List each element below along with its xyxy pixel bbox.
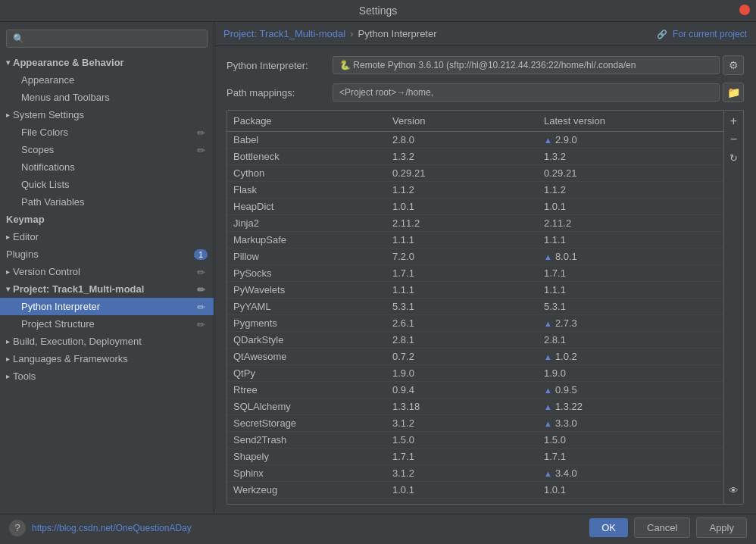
sidebar-item-label: System Settings [13, 109, 84, 120]
package-name: MarkupSafe [227, 234, 386, 245]
package-name: QDarkStyle [227, 334, 386, 345]
package-version: 1.1.1 [386, 234, 538, 245]
table-row[interactable]: Pygments2.6.1▲ 2.7.3 [227, 315, 743, 332]
table-row[interactable]: SecretStorage3.1.2▲ 3.3.0 [227, 415, 743, 432]
table-row[interactable]: Rtree0.9.4▲ 0.9.5 [227, 382, 743, 399]
sidebar-item-menus-toolbars[interactable]: Menus and Toolbars [0, 89, 214, 106]
table-row[interactable]: Babel2.8.0▲ 2.9.0 [227, 132, 743, 149]
path-mappings-label: Path mappings: [226, 87, 333, 98]
bottom-right: OK Cancel Apply [589, 517, 747, 538]
folder-icon: 📁 [727, 86, 740, 98]
edit-icon: ✏ [197, 319, 208, 330]
table-row[interactable]: Flask1.1.21.1.2 [227, 182, 743, 199]
sidebar-item-label: Version Control [13, 266, 80, 277]
table-row[interactable]: HeapDict1.0.11.0.1 [227, 199, 743, 215]
sidebar: ▾ Appearance & Behavior Appearance Menus… [0, 22, 214, 514]
table-row[interactable]: PyWavelets1.1.11.1.1 [227, 282, 743, 299]
chevron-right-icon: ▸ [6, 372, 10, 380]
refresh-button[interactable]: ↻ [726, 150, 742, 165]
sidebar-item-file-colors[interactable]: File Colors ✏ [0, 123, 214, 141]
package-name: Cython [227, 167, 386, 179]
cancel-button[interactable]: Cancel [634, 517, 690, 538]
sidebar-item-quick-lists[interactable]: Quick Lists [0, 176, 214, 193]
table-row[interactable]: Cython0.29.210.29.21 [227, 165, 743, 182]
interpreter-input[interactable] [333, 56, 720, 74]
breadcrumb-project[interactable]: Project: Track1_Multi-modal [223, 28, 345, 39]
eye-button[interactable]: 👁 [726, 483, 742, 498]
sidebar-item-system-settings[interactable]: ▸ System Settings [0, 106, 214, 123]
table-row[interactable]: QDarkStyle2.8.12.8.1 [227, 332, 743, 349]
sidebar-item-label: Build, Execution, Deployment [13, 336, 142, 347]
package-table: Package Version Latest version Babel2.8.… [226, 110, 744, 505]
sidebar-item-scopes[interactable]: Scopes ✏ [0, 141, 214, 158]
package-version: 1.1.2 [386, 184, 538, 195]
sidebar-item-label: Scopes [21, 144, 54, 155]
package-latest-version: ▲ 2.9.0 [538, 134, 743, 145]
sidebar-item-project[interactable]: ▾ Project: Track1_Multi-modal ✏ [0, 280, 214, 298]
package-latest-version: 2.8.1 [538, 334, 743, 345]
update-arrow-icon: ▲ [544, 469, 552, 478]
main-container: ▾ Appearance & Behavior Appearance Menus… [0, 22, 756, 514]
package-latest-version: 1.3.2 [538, 151, 743, 162]
plugins-badge: 1 [194, 249, 208, 260]
table-row[interactable]: SQLAlchemy1.3.18▲ 1.3.22 [227, 399, 743, 415]
ok-button[interactable]: OK [589, 518, 628, 537]
table-row[interactable]: Werkzeug1.0.11.0.1 [227, 482, 743, 499]
table-row[interactable]: MarkupSafe1.1.11.1.1 [227, 232, 743, 249]
path-mappings-folder-button[interactable]: 📁 [723, 83, 744, 102]
package-version: 2.8.1 [386, 334, 538, 345]
sidebar-item-notifications[interactable]: Notifications [0, 158, 214, 176]
sidebar-item-version-control[interactable]: ▸ Version Control ✏ [0, 263, 214, 280]
table-row[interactable]: PySocks1.7.11.7.1 [227, 265, 743, 282]
table-row[interactable]: Pillow7.2.0▲ 8.0.1 [227, 249, 743, 265]
link-icon: 🔗 [657, 30, 667, 39]
package-version: 1.3.18 [386, 401, 538, 412]
table-row[interactable]: Sphinx3.1.2▲ 3.4.0 [227, 465, 743, 482]
table-row[interactable]: Jinja22.11.22.11.2 [227, 215, 743, 232]
sidebar-item-editor[interactable]: ▸ Editor [0, 228, 214, 245]
help-button[interactable]: ? [9, 520, 26, 536]
table-side-buttons: + − ↻ 👁 [723, 111, 743, 504]
sidebar-search-input[interactable] [6, 30, 208, 48]
add-package-button[interactable]: + [726, 114, 742, 129]
sidebar-item-languages-frameworks[interactable]: ▸ Languages & Frameworks [0, 350, 214, 367]
sidebar-item-label: Menus and Toolbars [21, 92, 110, 103]
sidebar-item-tools[interactable]: ▸ Tools [0, 367, 214, 385]
table-row[interactable]: Shapely1.7.11.7.1 [227, 449, 743, 465]
table-row[interactable]: QtPy1.9.01.9.0 [227, 365, 743, 382]
package-version: 2.8.0 [386, 134, 538, 145]
remove-package-button[interactable]: − [726, 132, 742, 147]
chevron-right-icon: ▸ [6, 233, 10, 241]
package-version: 1.7.1 [386, 267, 538, 279]
sidebar-item-path-variables[interactable]: Path Variables [0, 193, 214, 211]
close-button[interactable] [739, 5, 750, 15]
table-row[interactable]: PyYAML5.3.15.3.1 [227, 299, 743, 315]
chevron-right-icon: ▸ [6, 111, 10, 119]
sidebar-item-python-interpreter[interactable]: Python Interpreter ✏ [0, 298, 214, 315]
sidebar-item-appearance-behavior[interactable]: ▾ Appearance & Behavior [0, 54, 214, 71]
sidebar-item-appearance[interactable]: Appearance [0, 71, 214, 89]
path-mappings-input[interactable] [333, 83, 720, 102]
interpreter-settings-button[interactable]: ⚙ [723, 55, 744, 75]
status-link[interactable]: https://blog.csdn.net/OneQuestionADay [32, 523, 192, 533]
table-row[interactable]: Bottleneck1.3.21.3.2 [227, 149, 743, 165]
sidebar-item-label: Quick Lists [21, 179, 70, 190]
sidebar-item-project-structure[interactable]: Project Structure ✏ [0, 315, 214, 333]
package-latest-version: 5.3.1 [538, 301, 743, 312]
package-version: 5.3.1 [386, 301, 538, 312]
table-row[interactable]: Send2Trash1.5.01.5.0 [227, 432, 743, 449]
update-arrow-icon: ▲ [544, 386, 552, 395]
package-latest-version: ▲ 2.7.3 [538, 317, 743, 329]
sidebar-item-build-execution[interactable]: ▸ Build, Execution, Deployment [0, 333, 214, 350]
sidebar-item-keymap[interactable]: Keymap [0, 211, 214, 228]
project-link[interactable]: 🔗 For current project [657, 29, 747, 39]
sidebar-item-label: Tools [13, 370, 36, 382]
table-row[interactable]: QtAwesome0.7.2▲ 1.0.2 [227, 349, 743, 365]
sidebar-item-label: Appearance & Behavior [13, 57, 124, 68]
apply-button[interactable]: Apply [696, 517, 747, 538]
package-version: 1.1.1 [386, 284, 538, 295]
sidebar-item-plugins[interactable]: Plugins 1 [0, 245, 214, 263]
package-latest-version: 1.0.1 [538, 201, 743, 212]
package-version: 2.11.2 [386, 217, 538, 229]
interpreter-field-row: Python Interpreter: ⚙ [226, 55, 744, 75]
